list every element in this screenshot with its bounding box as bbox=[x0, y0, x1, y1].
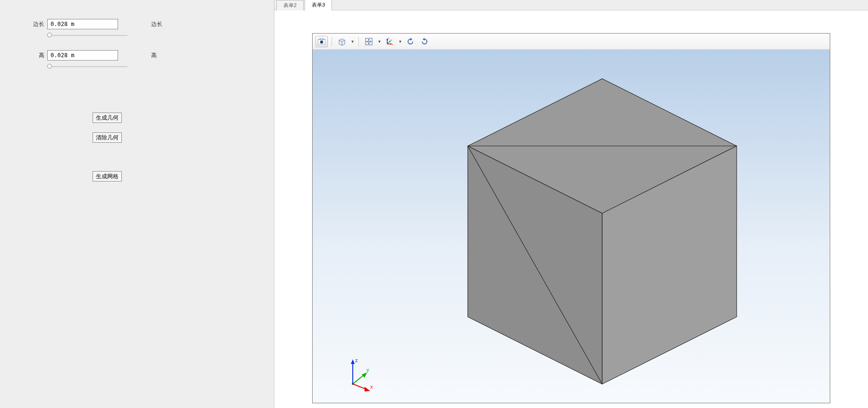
param-side-row: 边长 边长 bbox=[9, 19, 264, 29]
axis-orientation-icon[interactable]: xyz bbox=[383, 36, 396, 47]
axis-y-label: y bbox=[366, 367, 369, 373]
viewport-wrap: ▾ ▾ xyz ▾ bbox=[274, 10, 868, 408]
param-height-row: 高 高 bbox=[9, 50, 264, 61]
right-panel: 表单2 表单3 ▾ bbox=[274, 0, 868, 408]
axis-x-label: x bbox=[370, 384, 373, 390]
side-slider[interactable] bbox=[47, 32, 128, 39]
svg-marker-12 bbox=[368, 43, 370, 44]
side-label-left: 边长 bbox=[9, 20, 47, 28]
height-slider[interactable] bbox=[47, 63, 128, 70]
svg-marker-13 bbox=[366, 41, 367, 43]
wireframe-cube-icon[interactable] bbox=[336, 36, 348, 47]
parameter-panel: 边长 边长 高 高 生成几何 清除几何 生成网格 bbox=[0, 0, 274, 408]
clear-geometry-button[interactable]: 清除几何 bbox=[93, 132, 122, 143]
rotate-ccw-icon[interactable] bbox=[404, 36, 417, 47]
action-button-stack: 生成几何 清除几何 生成网格 bbox=[93, 113, 122, 182]
svg-marker-14 bbox=[370, 41, 372, 43]
svg-point-37 bbox=[352, 383, 354, 385]
svg-rect-1 bbox=[320, 38, 323, 40]
svg-point-3 bbox=[321, 41, 323, 43]
svg-marker-36 bbox=[365, 387, 370, 391]
svg-text:x: x bbox=[392, 43, 393, 46]
axis-dropdown-icon[interactable]: ▾ bbox=[398, 39, 402, 44]
svg-marker-24 bbox=[410, 38, 412, 41]
height-slider-thumb[interactable] bbox=[47, 64, 52, 69]
view-toolbar: ▾ ▾ xyz ▾ bbox=[313, 34, 830, 50]
side-slider-thumb[interactable] bbox=[47, 33, 52, 37]
tab-bar: 表单2 表单3 bbox=[274, 0, 868, 10]
height-label-left: 高 bbox=[9, 52, 47, 60]
height-label-right: 高 bbox=[151, 52, 157, 60]
svg-marker-25 bbox=[423, 38, 425, 41]
height-input[interactable] bbox=[47, 50, 118, 61]
axis-triad: z y x bbox=[341, 356, 379, 393]
viewport: ▾ ▾ xyz ▾ bbox=[312, 33, 830, 403]
svg-text:y: y bbox=[391, 38, 392, 41]
cube-geometry bbox=[313, 50, 830, 403]
zoom-extents-icon[interactable] bbox=[363, 36, 375, 47]
side-label-right: 边长 bbox=[151, 20, 162, 28]
svg-marker-32 bbox=[351, 359, 355, 364]
svg-text:z: z bbox=[388, 37, 390, 40]
wireframe-dropdown-icon[interactable]: ▾ bbox=[350, 39, 355, 44]
zoom-dropdown-icon[interactable]: ▾ bbox=[377, 39, 382, 44]
generate-mesh-button[interactable]: 生成网格 bbox=[93, 171, 122, 182]
generate-geometry-button[interactable]: 生成几何 bbox=[93, 113, 122, 123]
svg-line-33 bbox=[353, 374, 365, 384]
svg-marker-11 bbox=[368, 39, 370, 40]
snapshot-icon[interactable] bbox=[315, 36, 328, 47]
graphics-canvas[interactable]: z y x bbox=[313, 50, 830, 403]
axis-z-label: z bbox=[355, 357, 358, 363]
svg-marker-34 bbox=[362, 373, 367, 378]
side-input[interactable] bbox=[47, 19, 118, 29]
rotate-cw-icon[interactable] bbox=[418, 36, 431, 47]
tab-form2[interactable]: 表单2 bbox=[276, 0, 304, 10]
tab-form3[interactable]: 表单3 bbox=[305, 0, 332, 10]
